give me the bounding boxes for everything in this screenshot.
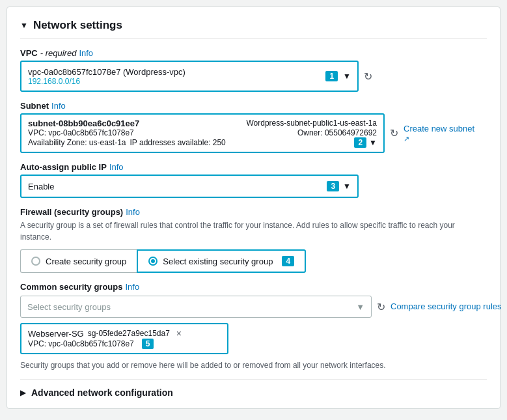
advanced-title: Advanced network configuration — [31, 387, 173, 398]
subnet-info-link[interactable]: Info — [51, 101, 66, 111]
sg-tag-box: Webserver-SG sg-05fede27a9ec15da7 × VPC:… — [20, 323, 228, 354]
subnet-dropdown[interactable]: subnet-08bb90ea6c0c91ee7 Wordpress-subne… — [20, 113, 385, 153]
sg-select-dropdown[interactable]: Select security groups ▼ — [20, 296, 372, 318]
sg-tag-close-icon[interactable]: × — [176, 328, 182, 339]
auto-assign-ip-label: Auto-assign public IP Info — [20, 162, 487, 172]
vpc-step-badge: 1 — [325, 71, 338, 81]
sg-tag-row: Webserver-SG sg-05fede27a9ec15da7 × — [28, 328, 221, 339]
vpc-label: VPC - required Info — [20, 48, 487, 58]
vpc-field-group: VPC - required Info vpc-0a0c8b657fc1078e… — [20, 48, 487, 92]
create-security-group-option[interactable]: Create security group — [20, 249, 137, 273]
create-sg-radio-circle — [31, 257, 40, 266]
section-header: ▼ Network settings — [20, 19, 487, 39]
sg-select-row: Select security groups ▼ ↻ Compare secur… — [20, 296, 487, 318]
select-sg-radio-circle — [148, 257, 158, 266]
create-subnet-link[interactable]: Create new subnet ↗ — [404, 124, 474, 143]
vpc-sub-text: 192.168.0.0/16 — [28, 77, 322, 86]
auto-assign-ip-dropdown-arrow: ▼ — [343, 182, 351, 191]
sg-tag-name: Webserver-SG — [28, 329, 84, 339]
subnet-az: Wordpress-subnet-public1-us-east-1a — [246, 119, 377, 128]
sg-note: Security groups that you add or remove h… — [20, 359, 487, 371]
auto-assign-ip-field-group: Auto-assign public IP Info Enable 3 ▼ — [20, 162, 487, 198]
common-sg-label: Common security groups Info — [20, 282, 487, 292]
subnet-label: Subnet Info — [20, 101, 487, 111]
sg-step-badge: 5 — [142, 339, 154, 349]
subnet-row2: VPC: vpc-0a0c8b657fc1078e7 Owner: 055064… — [28, 128, 377, 137]
subnet-owner: Owner: 055064972692 — [297, 128, 377, 137]
vpc-required-text: - required — [40, 48, 77, 58]
select-existing-security-group-option[interactable]: Select existing security group 4 — [137, 249, 306, 273]
subnet-row1: subnet-08bb90ea6c0c91ee7 Wordpress-subne… — [28, 119, 377, 128]
subnet-name: subnet-08bb90ea6c0c91ee7 — [28, 119, 139, 128]
firewall-section: Firewall (security groups) Info A securi… — [20, 207, 487, 273]
subnet-field-group: Subnet Info subnet-08bb90ea6c0c91ee7 Wor… — [20, 101, 487, 153]
subnet-dropdown-arrow: ▼ — [369, 138, 377, 147]
firewall-step-badge: 4 — [282, 256, 294, 266]
advanced-chevron-icon: ▶ — [20, 388, 26, 397]
firewall-description: A security group is a set of firewall ru… — [20, 219, 487, 243]
auto-assign-ip-dropdown[interactable]: Enable 3 ▼ — [20, 175, 359, 198]
firewall-info-link[interactable]: Info — [126, 207, 140, 217]
vpc-main-text: vpc-0a0c8b657fc1078e7 (Wordpress-vpc) — [28, 67, 322, 77]
subnet-avail-zone: Availability Zone: us-east-1a — [28, 138, 126, 147]
vpc-info-link[interactable]: Info — [79, 48, 93, 58]
section-chevron-icon[interactable]: ▼ — [20, 21, 28, 30]
sg-select-placeholder: Select security groups — [27, 302, 111, 312]
sg-tag-vpc: VPC: vpc-0a0c8b657fc1078e7 — [28, 339, 134, 348]
subnet-ip-avail: IP addresses available: 250 — [130, 138, 226, 147]
advanced-network-section[interactable]: ▶ Advanced network configuration — [20, 379, 487, 398]
network-settings-card: ▼ Network settings VPC - required Info v… — [7, 7, 500, 409]
compare-sg-rules-link[interactable]: Compare security group rules — [391, 301, 469, 313]
create-subnet-external-icon: ↗ — [404, 135, 409, 143]
select-sg-label: Select existing security group — [163, 257, 273, 266]
subnet-select-row: subnet-08bb90ea6c0c91ee7 Wordpress-subne… — [20, 113, 487, 153]
sg-select-arrow: ▼ — [356, 302, 364, 312]
auto-assign-ip-value: Enable — [28, 182, 54, 191]
create-sg-label: Create security group — [46, 257, 126, 266]
auto-assign-ip-select-row: Enable 3 ▼ — [20, 175, 487, 198]
auto-assign-ip-step-badge: 3 — [327, 181, 339, 191]
firewall-label: Firewall (security groups) Info — [20, 207, 487, 217]
common-sg-info-link[interactable]: Info — [125, 282, 139, 292]
vpc-dropdown-arrow: ▼ — [343, 72, 351, 81]
sg-refresh-icon[interactable]: ↻ — [377, 301, 385, 313]
subnet-step-badge: 2 — [354, 137, 366, 148]
vpc-refresh-icon[interactable]: ↻ — [364, 70, 372, 83]
section-title: Network settings — [33, 19, 122, 32]
vpc-select-row: vpc-0a0c8b657fc1078e7 (Wordpress-vpc) 19… — [20, 61, 487, 92]
subnet-vpc: VPC: vpc-0a0c8b657fc1078e7 — [28, 128, 134, 137]
common-sg-section: Common security groups Info Select secur… — [20, 282, 487, 371]
vpc-header-row: vpc-0a0c8b657fc1078e7 (Wordpress-vpc) 19… — [28, 67, 351, 86]
subnet-refresh-icon[interactable]: ↻ — [390, 127, 398, 139]
vpc-dropdown[interactable]: vpc-0a0c8b657fc1078e7 (Wordpress-vpc) 19… — [20, 61, 359, 92]
firewall-radio-row: Create security group Select existing se… — [20, 249, 487, 273]
auto-assign-ip-info-link[interactable]: Info — [109, 162, 124, 172]
sg-tag-id: sg-05fede27a9ec15da7 — [88, 329, 170, 338]
